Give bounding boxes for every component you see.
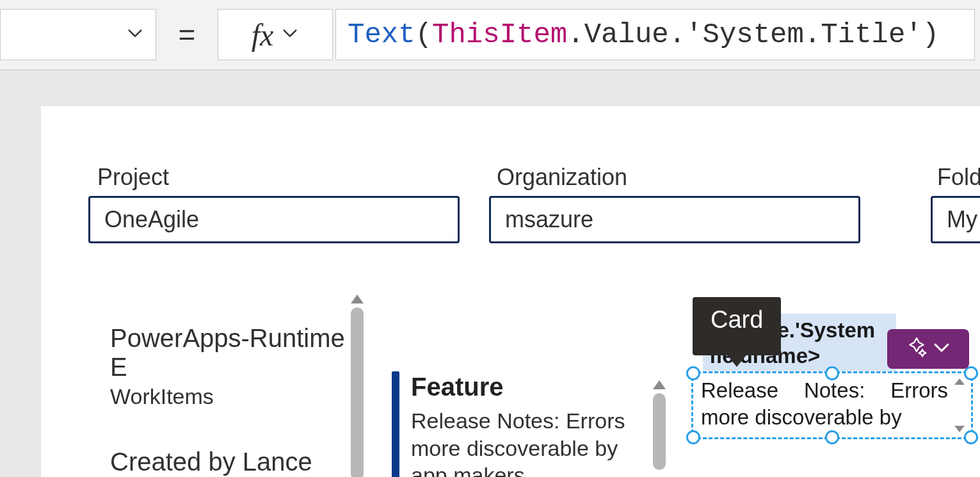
list-item-subtitle: WorkItems (110, 384, 379, 409)
chevron-down-icon (932, 338, 951, 360)
folder-label: Fold (937, 164, 980, 191)
project-label: Project (97, 164, 169, 191)
list-item[interactable]: PowerApps-Runtime - E WorkItems (110, 324, 379, 409)
app-canvas[interactable]: Project OneAgile Organization msazure Fo… (41, 106, 980, 477)
item-type: Feature (411, 373, 504, 401)
resize-handle-n[interactable] (825, 366, 839, 380)
resize-handle-ne[interactable] (964, 366, 978, 380)
formula-bar: = fx Text ( ThisItem .Value.'System.Titl… (0, 0, 980, 70)
nudge-up-icon[interactable] (952, 377, 967, 386)
formula-token-close: ) (922, 19, 939, 51)
nudge-down-icon[interactable] (952, 424, 967, 433)
copilot-icon (905, 336, 928, 362)
equals-sign: = (168, 17, 206, 52)
property-selector[interactable] (0, 9, 156, 60)
selected-card[interactable]: Release Notes: Errors more discoverable … (691, 371, 973, 439)
card-tooltip-label: Card (711, 306, 763, 333)
list-item[interactable]: Created by Lance WorkItems (110, 448, 379, 477)
project-input[interactable]: OneAgile (88, 196, 460, 243)
fx-button[interactable]: fx (218, 9, 333, 60)
organization-value: msazure (505, 206, 593, 233)
resize-handle-s[interactable] (825, 430, 839, 444)
formula-token-function: Text (348, 19, 415, 51)
fx-icon: fx (252, 17, 274, 53)
canvas-background: Project OneAgile Organization msazure Fo… (0, 70, 980, 477)
formula-token-thisitem: ThisItem (432, 19, 567, 51)
folder-input[interactable]: My (931, 196, 980, 243)
item-accent-bar (392, 371, 399, 477)
scroll-up-icon (351, 295, 364, 303)
chevron-down-icon (281, 24, 299, 45)
formula-token-rest: .Value.'System.Title' (567, 19, 922, 51)
card-tooltip: Card (693, 297, 781, 355)
scrollbar[interactable] (653, 393, 666, 470)
selected-card-text: Release Notes: Errors more discoverable … (701, 377, 948, 433)
chevron-down-icon (126, 24, 144, 45)
folder-value: My (947, 206, 977, 233)
organization-label: Organization (497, 164, 627, 191)
list-item-title: Created by Lance (110, 448, 379, 476)
resize-handle-sw[interactable] (686, 430, 700, 444)
formula-input[interactable]: Text ( ThisItem .Value.'System.Title' ) (335, 9, 975, 60)
scrollbar[interactable] (351, 307, 364, 477)
formula-token-open: ( (415, 19, 432, 51)
project-value: OneAgile (104, 206, 199, 233)
resize-handle-se[interactable] (964, 430, 978, 444)
resize-handle-nw[interactable] (686, 366, 700, 380)
list-item-title: PowerApps-Runtime - E (110, 324, 379, 382)
copilot-button[interactable] (887, 329, 969, 369)
item-body: Release Notes: Errors more discoverable … (411, 407, 629, 477)
organization-input[interactable]: msazure (489, 196, 860, 243)
query-list: PowerApps-Runtime - E WorkItems Created … (110, 324, 379, 477)
scroll-up-icon (653, 380, 666, 389)
